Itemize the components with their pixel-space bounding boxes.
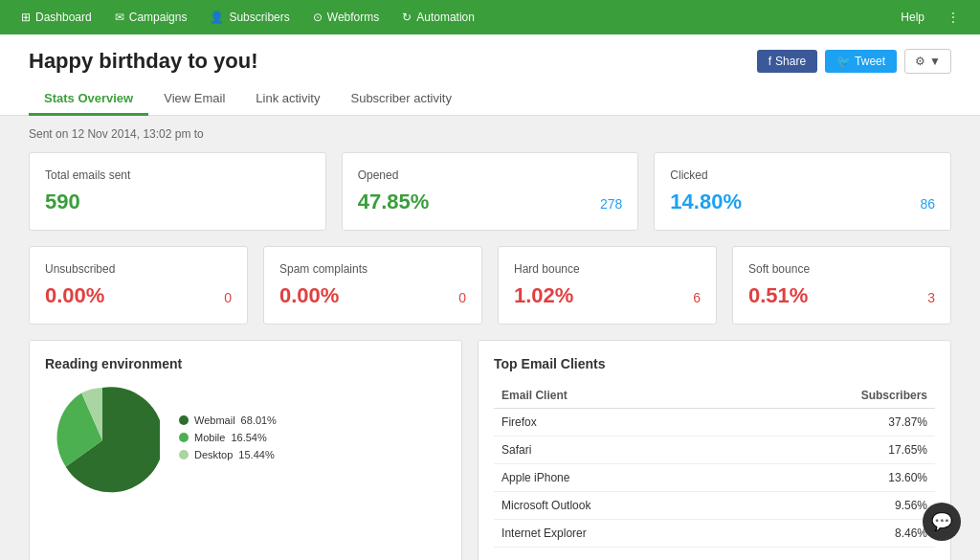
nav-automation[interactable]: ↻ Automation xyxy=(390,0,486,34)
stat-soft-bounce-values: 0.51% 3 xyxy=(748,283,935,308)
stat-unsubscribed-label: Unsubscribed xyxy=(45,262,232,276)
stat-unsubscribed-count: 0 xyxy=(224,290,232,305)
nav-webforms-label: Webforms xyxy=(327,11,379,24)
campaigns-icon: ✉ xyxy=(115,11,124,24)
clients-table: Email Client Subscribers Firefox37.87%Sa… xyxy=(494,383,935,548)
nav-subscribers[interactable]: 👤 Subscribers xyxy=(198,0,301,34)
stat-total-emails: Total emails sent 590 xyxy=(29,152,326,231)
legend-webmail: Webmail 68.01% xyxy=(179,414,277,426)
stat-opened-label: Opened xyxy=(358,168,623,182)
stat-hard-bounce-values: 1.02% 6 xyxy=(514,283,701,308)
nav-subscribers-label: Subscribers xyxy=(229,11,289,24)
stat-soft-bounce: Soft bounce 0.51% 3 xyxy=(732,246,951,325)
twitter-icon: 🐦 xyxy=(836,55,851,68)
client-pct: 17.65% xyxy=(742,437,935,464)
legend-mobile: Mobile 16.54% xyxy=(179,432,277,443)
page-tabs: Stats Overview View Email Link activity … xyxy=(29,83,951,115)
nav-automation-label: Automation xyxy=(416,11,475,24)
top-clients-title: Top Email Clients xyxy=(494,356,935,371)
clients-col-subscribers: Subscribers xyxy=(742,383,935,409)
legend-webmail-label: Webmail xyxy=(194,414,235,426)
main-wrapper: Happy birthday to you! f Share 🐦 Tweet ⚙… xyxy=(0,34,980,560)
chat-button[interactable]: 💬 xyxy=(923,503,961,541)
webforms-icon: ⊙ xyxy=(313,11,323,24)
legend-webmail-pct: 68.01% xyxy=(241,414,277,426)
stat-clicked-label: Clicked xyxy=(670,168,935,182)
subscribers-icon: 👤 xyxy=(210,11,224,24)
table-row: Firefox37.87% xyxy=(494,409,935,437)
legend-webmail-dot xyxy=(179,415,189,425)
legend-desktop: Desktop 15.44% xyxy=(179,449,277,460)
client-pct: 9.56% xyxy=(742,492,935,520)
legend-desktop-pct: 15.44% xyxy=(238,449,274,460)
reading-env-card: Reading environment Webmail xyxy=(29,340,462,560)
client-name: Internet Explorer xyxy=(494,520,742,548)
nav-menu-icon[interactable]: ⋮ xyxy=(936,11,970,24)
stat-hard-bounce-value: 1.02% xyxy=(514,283,573,308)
gear-icon: ⚙ xyxy=(915,55,925,68)
facebook-icon: f xyxy=(768,55,771,68)
stat-soft-bounce-label: Soft bounce xyxy=(748,262,935,276)
automation-icon: ↻ xyxy=(402,11,412,24)
stat-soft-bounce-value: 0.51% xyxy=(748,283,808,308)
stat-unsubscribed: Unsubscribed 0.00% 0 xyxy=(29,246,248,325)
stat-hard-bounce-label: Hard bounce xyxy=(514,262,701,276)
client-name: Firefox xyxy=(494,409,742,437)
reading-env-title: Reading environment xyxy=(45,356,446,371)
page-header-top: Happy birthday to you! f Share 🐦 Tweet ⚙… xyxy=(29,49,951,83)
pie-chart xyxy=(45,383,160,498)
stat-spam-value: 0.00% xyxy=(279,283,339,308)
tab-subscriber-activity[interactable]: Subscriber activity xyxy=(335,83,466,116)
tweet-button[interactable]: 🐦 Tweet xyxy=(825,50,897,73)
top-clients-card: Top Email Clients Email Client Subscribe… xyxy=(478,340,951,560)
table-row: Microsoft Outlook9.56% xyxy=(494,492,935,520)
share-button[interactable]: f Share xyxy=(757,50,817,73)
client-pct: 37.87% xyxy=(742,409,935,437)
tab-view-email[interactable]: View Email xyxy=(148,83,240,116)
stats-section: Total emails sent 590 Opened 47.85% 278 … xyxy=(0,152,980,325)
stats-row-1: Total emails sent 590 Opened 47.85% 278 … xyxy=(29,152,951,231)
legend-mobile-dot xyxy=(179,433,189,442)
table-row: Safari17.65% xyxy=(494,437,935,464)
stat-total-emails-value: 590 xyxy=(45,190,80,214)
clients-col-client: Email Client xyxy=(494,383,742,409)
header-actions: f Share 🐦 Tweet ⚙ ▼ xyxy=(757,49,951,74)
client-name: Apple iPhone xyxy=(494,464,742,492)
reading-env-content: Webmail 68.01% Mobile 16.54% Desktop 15.… xyxy=(45,383,446,498)
client-pct: 13.60% xyxy=(742,464,935,492)
top-nav: ⊞ Dashboard ✉ Campaigns 👤 Subscribers ⊙ … xyxy=(0,0,980,34)
nav-campaigns[interactable]: ✉ Campaigns xyxy=(103,0,199,34)
share-label: Share xyxy=(775,55,806,68)
stat-unsubscribed-values: 0.00% 0 xyxy=(45,283,232,308)
stat-spam-count: 0 xyxy=(458,290,466,305)
table-row: Internet Explorer8.46% xyxy=(494,520,935,548)
stat-opened-count: 278 xyxy=(600,196,622,212)
pie-legend: Webmail 68.01% Mobile 16.54% Desktop 15.… xyxy=(179,414,277,466)
chat-icon: 💬 xyxy=(931,511,952,532)
nav-dashboard[interactable]: ⊞ Dashboard xyxy=(10,0,103,34)
stat-hard-bounce-count: 6 xyxy=(693,290,701,305)
gear-dropdown-arrow: ▼ xyxy=(929,55,941,68)
nav-right: Help ⋮ xyxy=(889,11,970,24)
dashboard-icon: ⊞ xyxy=(21,11,31,24)
bottom-section: Reading environment Webmail xyxy=(0,340,980,560)
nav-webforms[interactable]: ⊙ Webforms xyxy=(301,0,390,34)
nav-campaigns-label: Campaigns xyxy=(129,11,188,24)
page-header: Happy birthday to you! f Share 🐦 Tweet ⚙… xyxy=(0,34,980,116)
stat-clicked-value: 14.80% xyxy=(670,190,742,214)
stat-spam-label: Spam complaints xyxy=(279,262,466,276)
stat-opened-values: 47.85% 278 xyxy=(358,190,623,214)
nav-dashboard-label: Dashboard xyxy=(35,11,92,24)
tweet-label: Tweet xyxy=(855,55,885,68)
nav-help[interactable]: Help xyxy=(889,11,936,24)
stat-total-emails-values: 590 xyxy=(45,190,310,214)
tab-stats-overview[interactable]: Stats Overview xyxy=(29,83,148,116)
stat-opened-value: 47.85% xyxy=(358,190,430,214)
stat-unsubscribed-value: 0.00% xyxy=(45,283,104,308)
stat-total-emails-label: Total emails sent xyxy=(45,168,310,182)
stat-clicked-count: 86 xyxy=(920,196,935,212)
tab-link-activity[interactable]: Link activity xyxy=(240,83,335,116)
client-name: Microsoft Outlook xyxy=(494,492,742,520)
stat-clicked-values: 14.80% 86 xyxy=(670,190,935,214)
gear-dropdown-button[interactable]: ⚙ ▼ xyxy=(904,49,951,74)
